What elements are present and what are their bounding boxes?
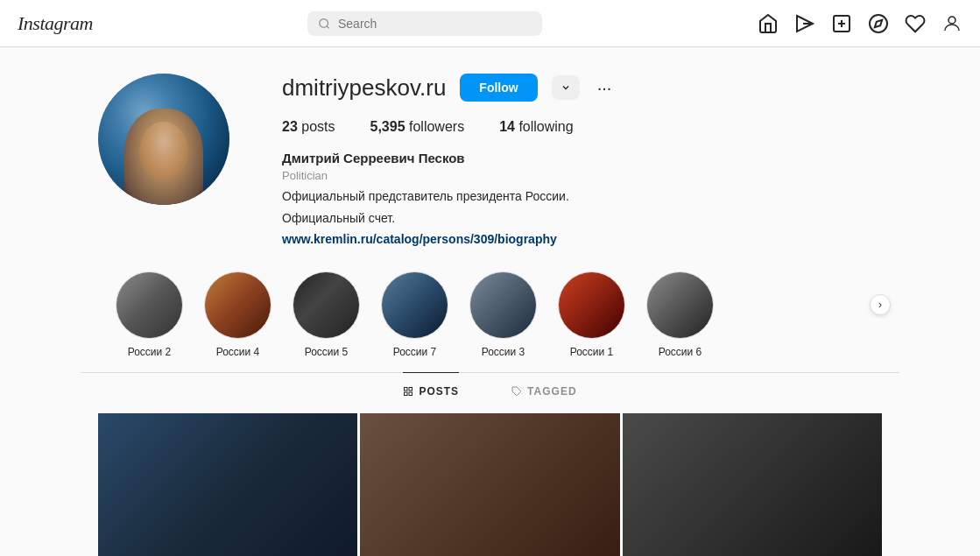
logo: Instagram bbox=[18, 12, 93, 35]
svg-point-0 bbox=[320, 18, 328, 27]
profile-stats: 23 posts 5,395 followers 14 following bbox=[282, 119, 882, 135]
heart-icon[interactable] bbox=[905, 13, 926, 34]
home-icon[interactable] bbox=[758, 13, 779, 34]
header: Instagram bbox=[0, 0, 980, 47]
tag-icon bbox=[511, 386, 522, 397]
highlight-item[interactable]: России 7 bbox=[381, 271, 448, 358]
profile-bio-line1: Официальный представитель президента Рос… bbox=[282, 187, 882, 206]
search-bar[interactable] bbox=[307, 11, 542, 36]
svg-rect-11 bbox=[409, 388, 412, 391]
highlight-circle bbox=[381, 271, 448, 339]
highlight-circle bbox=[116, 271, 183, 339]
highlight-item[interactable]: России 5 bbox=[293, 271, 360, 358]
grid-post[interactable] bbox=[623, 413, 882, 556]
followers-stat[interactable]: 5,395 followers bbox=[370, 119, 465, 135]
tab-tagged[interactable]: TAGGED bbox=[511, 372, 576, 410]
highlight-item[interactable]: России 3 bbox=[469, 271, 537, 358]
header-nav bbox=[758, 13, 962, 34]
explore-icon[interactable] bbox=[868, 13, 889, 34]
tabs-section: POSTS TAGGED bbox=[81, 372, 899, 410]
avatar bbox=[98, 74, 229, 205]
send-icon[interactable] bbox=[794, 13, 815, 34]
grid-post[interactable] bbox=[360, 413, 619, 556]
grid-post[interactable] bbox=[98, 413, 357, 556]
svg-point-9 bbox=[948, 17, 955, 24]
posts-stat[interactable]: 23 posts bbox=[282, 119, 335, 135]
tab-posts[interactable]: POSTS bbox=[403, 372, 459, 410]
chevron-down-icon bbox=[561, 82, 571, 93]
highlights-next-button[interactable]: › bbox=[870, 294, 891, 315]
highlight-item[interactable]: России 2 bbox=[116, 271, 183, 358]
profile-full-name: Дмитрий Серреевич Песков bbox=[282, 151, 882, 165]
profile-section: dmitriypeskov.ru Follow ··· 23 posts 5,3… bbox=[81, 74, 899, 247]
profile-info: dmitriypeskov.ru Follow ··· 23 posts 5,3… bbox=[282, 74, 882, 247]
highlight-item[interactable]: России 4 bbox=[204, 271, 271, 358]
svg-line-1 bbox=[328, 25, 330, 28]
highlight-label: России 1 bbox=[570, 346, 614, 358]
svg-marker-8 bbox=[875, 19, 882, 26]
highlight-circle bbox=[204, 271, 271, 339]
highlights-section: России 2 России 4 России 5 России 7 Росс… bbox=[98, 271, 882, 358]
highlight-label: России 6 bbox=[659, 346, 702, 358]
search-input[interactable] bbox=[338, 17, 532, 31]
new-post-icon[interactable] bbox=[831, 13, 852, 34]
grid-icon bbox=[403, 386, 413, 397]
profile-username: dmitriypeskov.ru bbox=[282, 74, 446, 102]
svg-rect-10 bbox=[405, 388, 408, 391]
profile-icon[interactable] bbox=[941, 13, 962, 34]
following-stat[interactable]: 14 following bbox=[499, 119, 574, 135]
highlight-circle bbox=[558, 271, 625, 339]
profile-link[interactable]: www.kremlin.ru/catalog/persons/309/biogr… bbox=[282, 232, 557, 246]
tab-posts-label: POSTS bbox=[419, 385, 459, 398]
profile-category: Politician bbox=[282, 169, 882, 182]
highlight-item[interactable]: России 1 bbox=[558, 271, 625, 358]
highlight-circle bbox=[469, 271, 537, 339]
avatar-wrapper bbox=[98, 74, 229, 205]
search-icon bbox=[318, 17, 331, 31]
posts-grid bbox=[81, 410, 899, 556]
highlight-label: России 3 bbox=[482, 346, 525, 358]
tab-tagged-label: TAGGED bbox=[527, 385, 576, 398]
dropdown-button[interactable] bbox=[552, 75, 580, 100]
highlight-item[interactable]: России 6 bbox=[646, 271, 714, 358]
more-button[interactable]: ··· bbox=[594, 78, 616, 98]
profile-header-row: dmitriypeskov.ru Follow ··· bbox=[282, 74, 882, 102]
highlight-circle bbox=[646, 271, 714, 339]
svg-point-7 bbox=[870, 15, 887, 32]
highlight-circle bbox=[293, 271, 360, 339]
profile-bio-line2: Официальный счет. bbox=[282, 209, 882, 228]
svg-rect-12 bbox=[405, 392, 408, 396]
follow-button[interactable]: Follow bbox=[460, 74, 537, 102]
highlight-label: России 2 bbox=[128, 346, 172, 358]
svg-rect-13 bbox=[409, 392, 412, 396]
highlight-label: России 4 bbox=[216, 346, 260, 358]
highlight-label: России 7 bbox=[393, 346, 437, 358]
highlight-label: России 5 bbox=[305, 346, 349, 358]
